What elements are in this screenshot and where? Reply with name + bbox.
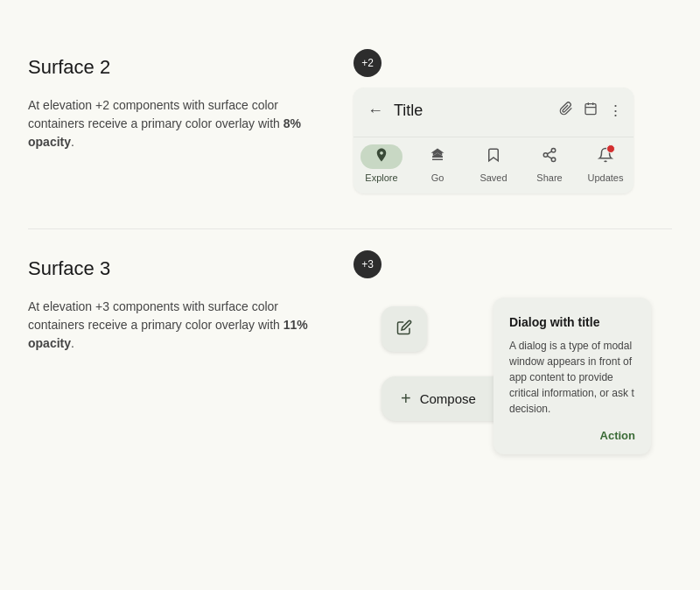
surface2-text: Surface 2 At elevation +2 components wit… [28,49,326,151]
compose-label: Compose [420,391,476,406]
surface2-section: Surface 2 At elevation +2 components wit… [0,28,700,228]
surface3-title: Surface 3 [28,257,326,280]
svg-line-7 [547,156,551,158]
compose-plus-icon: + [401,389,411,409]
dialog-card: Dialog with title A dialog is a type of … [494,298,651,454]
surface2-desc-suffix: . [71,135,74,149]
app-bar: ← Title ⋮ [354,88,634,133]
nav-label-saved: Saved [480,172,507,183]
surface2-desc: At elevation +2 components with surface … [28,96,326,151]
nav-icon-wrap-saved [472,144,514,169]
surface2-card: ← Title ⋮ [354,88,634,193]
nav-icon-wrap-explore [360,144,402,169]
nav-label-updates: Updates [588,172,624,183]
surface3-desc-prefix: At elevation +3 components with surface … [28,299,284,332]
nav-item-explore[interactable]: Explore [354,144,410,183]
app-bar-icons: ⋮ [559,102,623,120]
saved-icon [486,147,501,167]
app-bar-title: Title [394,102,552,120]
dialog-action-button[interactable]: Action [509,429,635,442]
back-icon[interactable]: ← [364,98,387,123]
svg-point-6 [551,158,556,162]
nav-label-share: Share [536,172,562,183]
svg-rect-0 [585,103,596,114]
surface3-desc-suffix: . [71,336,74,350]
svg-line-8 [547,151,551,153]
dialog-body: A dialog is a type of modal window appea… [509,338,635,417]
nav-label-go: Go [431,172,444,183]
surface3-desc: At elevation +3 components with surface … [28,298,326,353]
surface3-text: Surface 3 At elevation +3 components wit… [28,250,326,353]
share-icon [542,147,557,167]
surface3-card: + Compose Dialog with title A dialog is … [354,289,651,481]
calendar-icon[interactable] [584,102,598,120]
surface3-badge: +3 [354,250,382,278]
nav-icon-wrap-go [416,144,458,169]
svg-point-4 [551,148,556,152]
nav-bar: Explore Go [354,137,634,193]
surface3-section: Surface 3 At elevation +3 components wit… [0,229,700,516]
edit-icon [396,320,412,340]
fab-edit-button[interactable] [382,306,427,352]
surface2-desc-prefix: At elevation +2 components with surface … [28,98,284,130]
nav-item-saved[interactable]: Saved [466,144,522,183]
updates-icon [598,147,613,167]
surface3-demo: +3 + Compose Dialog with title A dialog … [354,250,672,481]
svg-point-5 [543,152,548,157]
nav-label-explore: Explore [365,172,397,183]
surface2-title: Surface 2 [28,56,326,79]
nav-item-updates[interactable]: Updates [578,144,634,183]
explore-icon [374,147,389,167]
attach-icon[interactable] [559,102,573,120]
dialog-title: Dialog with title [509,315,635,329]
nav-icon-wrap-updates [584,144,626,169]
surface2-badge: +2 [354,49,382,77]
nav-item-share[interactable]: Share [522,144,578,183]
more-icon[interactable]: ⋮ [608,102,623,120]
surface2-demo: +2 ← Title ⋮ [354,49,672,193]
go-icon [430,147,445,167]
page-container: Surface 2 At elevation +2 components wit… [0,0,700,544]
nav-item-go[interactable]: Go [410,144,466,183]
nav-icon-wrap-share [528,144,570,169]
